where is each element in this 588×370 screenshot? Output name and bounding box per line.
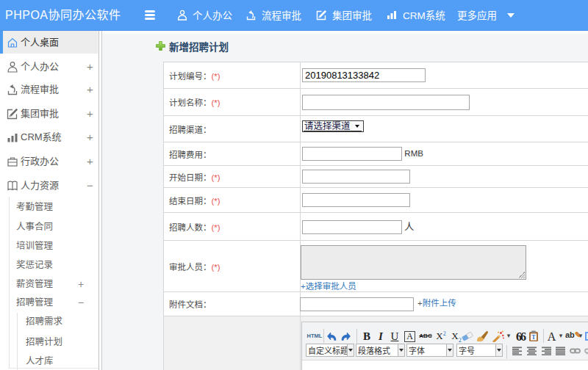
svg-text:T: T: [531, 334, 536, 341]
